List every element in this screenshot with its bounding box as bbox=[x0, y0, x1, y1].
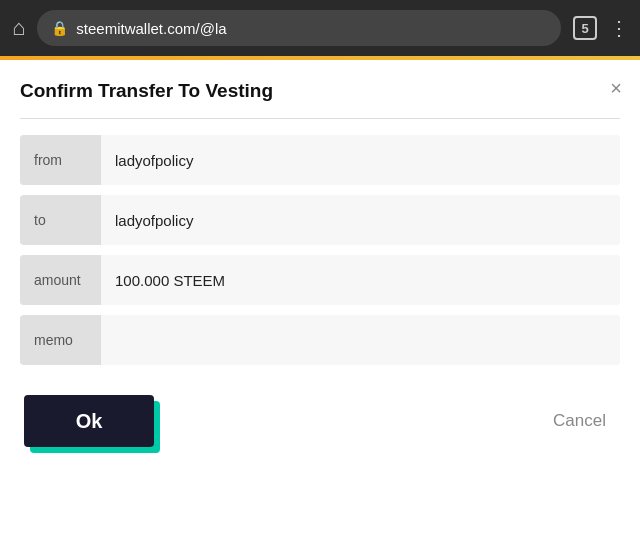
from-label: from bbox=[20, 135, 100, 185]
ok-button[interactable]: Ok bbox=[24, 395, 154, 447]
home-icon[interactable]: ⌂ bbox=[12, 15, 25, 41]
url-text: steemitwallet.com/@la bbox=[76, 20, 226, 37]
to-row: to ladyofpolicy bbox=[20, 195, 620, 245]
cancel-button[interactable]: Cancel bbox=[543, 401, 616, 441]
lock-icon: 🔒 bbox=[51, 20, 68, 36]
modal-backdrop: Confirm Transfer To Vesting × from ladyo… bbox=[0, 60, 640, 556]
close-button[interactable]: × bbox=[610, 78, 622, 98]
memo-value[interactable] bbox=[100, 315, 620, 365]
from-row: from ladyofpolicy bbox=[20, 135, 620, 185]
from-value: ladyofpolicy bbox=[100, 135, 620, 185]
modal-title: Confirm Transfer To Vesting bbox=[20, 80, 620, 102]
amount-value: 100.000 STEEM bbox=[100, 255, 620, 305]
to-value: ladyofpolicy bbox=[100, 195, 620, 245]
memo-label: memo bbox=[20, 315, 100, 365]
tab-count-badge[interactable]: 5 bbox=[573, 16, 597, 40]
ok-button-wrapper: Ok bbox=[24, 395, 154, 447]
button-row: Ok Cancel bbox=[20, 395, 620, 447]
browser-chrome: ⌂ 🔒 steemitwallet.com/@la 5 ⋮ bbox=[0, 0, 640, 56]
to-label: to bbox=[20, 195, 100, 245]
amount-label: amount bbox=[20, 255, 100, 305]
divider bbox=[20, 118, 620, 119]
amount-row: amount 100.000 STEEM bbox=[20, 255, 620, 305]
menu-icon[interactable]: ⋮ bbox=[609, 16, 628, 40]
url-bar[interactable]: 🔒 steemitwallet.com/@la bbox=[37, 10, 561, 46]
memo-row: memo bbox=[20, 315, 620, 365]
